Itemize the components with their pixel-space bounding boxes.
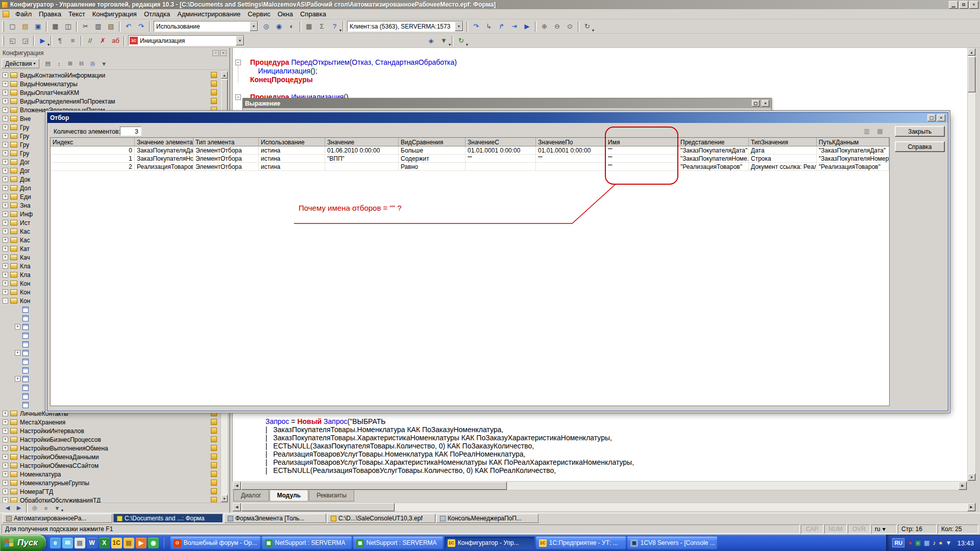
- updates-icon[interactable]: ▼: [946, 539, 952, 546]
- grid-column-header[interactable]: Тип элемента: [193, 138, 259, 146]
- syntax-check-icon[interactable]: ✗: [97, 35, 109, 46]
- task-button-2[interactable]: ▣NetSupport : SERVERMA: [262, 537, 352, 549]
- window-tab-4[interactable]: C:\D...\SaleConsoleUT10,3.epf: [327, 514, 435, 523]
- client-combo[interactable]: Клиент:sa (5363), SERVERMA:1573▼: [347, 21, 463, 32]
- search-tree-icon[interactable]: ◎: [88, 59, 98, 68]
- grid-column-header[interactable]: Индекс: [51, 138, 135, 146]
- word-icon[interactable]: W: [87, 538, 97, 548]
- tree-expand-icon[interactable]: +: [3, 480, 8, 486]
- tab-1[interactable]: Диалог: [233, 490, 269, 502]
- tree-expand-icon[interactable]: +: [3, 237, 8, 243]
- undo-icon[interactable]: ↶: [122, 21, 134, 32]
- scroll-down-icon[interactable]: ▼: [221, 495, 228, 502]
- grid-column-header[interactable]: ВидСравнения: [399, 138, 465, 146]
- open-file-icon[interactable]: ▤: [19, 21, 31, 32]
- tree-expand-icon[interactable]: +: [3, 177, 8, 182]
- tree-expand-icon[interactable]: +: [3, 281, 8, 286]
- restore-button[interactable]: ⧉: [959, 1, 968, 9]
- start-button[interactable]: Пуск: [0, 535, 46, 551]
- task-button-3[interactable]: ▣NetSupport : SERVERMA: [353, 537, 443, 549]
- help-button[interactable]: Справка: [895, 141, 945, 152]
- syntax-help-icon[interactable]: ?▾: [329, 21, 340, 32]
- scroll-thumb[interactable]: [241, 503, 395, 511]
- excel-icon[interactable]: X: [99, 538, 110, 548]
- menu-item-2[interactable]: Правка: [35, 9, 65, 19]
- tree-expand-icon[interactable]: +: [3, 255, 8, 260]
- find-replace-icon[interactable]: ◐: [286, 21, 298, 32]
- task-button-4[interactable]: 1СКонфигуратор - Упр...: [445, 537, 534, 549]
- tree-expand-icon[interactable]: +: [3, 454, 8, 460]
- scroll-left-icon[interactable]: ◀: [233, 482, 241, 490]
- tree-item[interactable]: +ВидыНоменклатуры: [1, 80, 220, 88]
- tree-expand-icon[interactable]: +: [3, 211, 8, 217]
- tree-item[interactable]: +НомераГТД: [1, 487, 220, 496]
- save-file-icon[interactable]: ▣: [32, 21, 44, 32]
- task-button-6[interactable]: ▦1CV8 Servers - [Console ...: [627, 537, 717, 549]
- window-tab-3[interactable]: ФормаЭлемента [Толь...: [224, 514, 326, 523]
- dialog-close-button[interactable]: ×: [937, 114, 945, 121]
- cut-icon[interactable]: ✂: [80, 21, 91, 32]
- expression-close-button[interactable]: ×: [762, 100, 769, 107]
- tree-item[interactable]: +ВидыОплатЧекаККМ: [1, 88, 220, 97]
- grid-columns-icon[interactable]: ▦: [875, 127, 885, 136]
- tree-expand-icon[interactable]: +: [3, 90, 8, 95]
- language-indicator[interactable]: RU: [892, 538, 904, 547]
- tree-expand-icon[interactable]: +: [3, 124, 8, 130]
- tree-item[interactable]: +НастройкиИнтервалов: [1, 427, 220, 435]
- scroll-left-icon[interactable]: ◀: [233, 503, 241, 511]
- window-tab-2[interactable]: C:\Documents and ...: Форма: [113, 514, 223, 523]
- scroll-up-icon[interactable]: ▲: [968, 48, 975, 56]
- scroll-thumb[interactable]: [968, 57, 975, 92]
- tree-expand-icon[interactable]: +: [3, 272, 8, 278]
- tree-expand-icon[interactable]: +: [3, 471, 8, 477]
- grid-row[interactable]: 1ЗаказПокупателяНоме...ЭлементОтбораисти…: [51, 155, 889, 163]
- tree-expand-icon[interactable]: +: [3, 445, 8, 451]
- net-agent-icon[interactable]: ▣: [915, 539, 921, 546]
- expression-titlebar[interactable]: Выражение ▢ ×: [243, 98, 771, 108]
- tree-expand-icon[interactable]: +: [3, 133, 8, 139]
- open-object-icon[interactable]: ▤: [43, 59, 53, 68]
- tree-expand-icon[interactable]: +: [3, 497, 8, 503]
- tree-item[interactable]: +ВидыКонтактнойИнформации: [1, 71, 220, 80]
- debug-continue-icon[interactable]: ▶: [521, 21, 533, 32]
- tree-expand-icon[interactable]: +: [3, 81, 8, 87]
- antivirus-icon[interactable]: ●: [908, 539, 912, 546]
- tree-expand-icon[interactable]: +: [3, 489, 8, 494]
- tree-expand-icon[interactable]: +: [3, 203, 8, 208]
- fold-collapse-icon[interactable]: −: [235, 60, 241, 65]
- grid-column-header[interactable]: ТипЗначения: [749, 138, 817, 146]
- reorder-icon[interactable]: ↕: [54, 59, 64, 68]
- print-preview-icon[interactable]: ◫: [62, 21, 74, 32]
- tree-expand-icon[interactable]: +: [3, 142, 8, 147]
- tree-item[interactable]: +НастройкиОбменаДанными: [1, 453, 220, 461]
- tree-expand-icon[interactable]: +: [3, 151, 8, 156]
- grid-row[interactable]: 2РеализацияТоваров = ""ЭлементОтбораисти…: [51, 163, 889, 171]
- tree-item[interactable]: +МестаХранения: [1, 418, 220, 427]
- menu-item-4[interactable]: Конфигурация: [89, 9, 140, 19]
- grid-column-header[interactable]: Представление: [678, 138, 749, 146]
- zoom-out-icon[interactable]: ⊖: [551, 21, 563, 32]
- count-field[interactable]: 3: [120, 127, 141, 136]
- zoom-in-icon[interactable]: ⊕: [538, 21, 550, 32]
- procedure-combo-arrow-icon[interactable]: ▼: [236, 36, 244, 45]
- run-debug-icon[interactable]: ▶▾: [37, 35, 48, 46]
- zoom-reset-icon[interactable]: ⊙: [564, 21, 576, 32]
- tree-list-icon[interactable]: ≡: [41, 504, 51, 512]
- grid-column-header[interactable]: ЗначениеС: [465, 138, 536, 146]
- close-dialog-button[interactable]: Закрыть: [895, 126, 945, 137]
- status-language[interactable]: ru▾: [871, 524, 897, 534]
- task-button-5[interactable]: 1С1С:Предприятие - УТ: ...: [536, 537, 626, 549]
- paste-icon[interactable]: ▧: [105, 21, 117, 32]
- tab-3[interactable]: Реквизиты: [309, 490, 354, 502]
- mdi-hscrollbar[interactable]: ◀ ▶: [232, 503, 976, 512]
- menu-item-7[interactable]: Сервис: [244, 9, 274, 19]
- sum-icon[interactable]: Σ: [316, 21, 328, 32]
- folder-icon[interactable]: ▤: [124, 538, 134, 548]
- toolbar-grip[interactable]: [2, 21, 4, 32]
- grid-column-header[interactable]: Использование: [259, 138, 325, 146]
- print-icon[interactable]: ▦: [50, 21, 61, 32]
- run-to-cursor-icon[interactable]: ⇥: [508, 21, 520, 32]
- template-save-icon[interactable]: ▼▾: [438, 35, 450, 46]
- dialog-maximize-button[interactable]: ▢: [927, 114, 936, 121]
- procedures-list-icon[interactable]: ≡: [67, 35, 79, 46]
